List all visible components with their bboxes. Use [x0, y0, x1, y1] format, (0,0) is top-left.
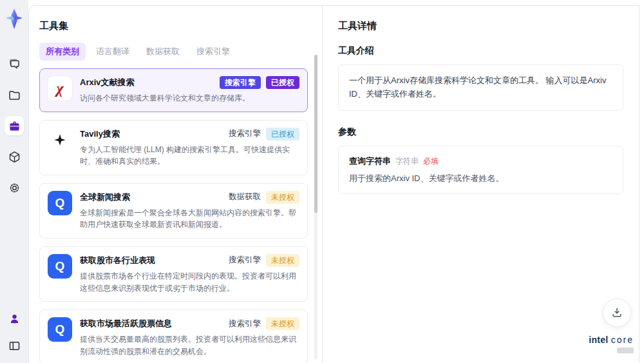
page-title: 工具集: [39, 20, 308, 32]
tool-auth-badge: 未授权: [266, 317, 299, 330]
folder-icon[interactable]: [5, 85, 24, 104]
category-tab[interactable]: 所有类别: [39, 43, 86, 61]
tool-auth-badge: 未授权: [266, 191, 299, 204]
detail-title: 工具详情: [338, 20, 623, 32]
category-tab[interactable]: 数据获取: [140, 43, 186, 61]
package-icon[interactable]: [5, 147, 24, 166]
scrollbar-thumb[interactable]: [314, 55, 317, 213]
tool-icon: Q: [48, 191, 72, 215]
left-sidebar: [0, 0, 28, 363]
params-heading: 参数: [338, 126, 623, 138]
briefcase-icon[interactable]: [5, 116, 24, 135]
core-wordmark: core: [611, 335, 634, 345]
download-icon: [611, 306, 623, 319]
tool-description: 提供当天交易量最高的股票列表。投资者可以利用这些信息来识别流动性强的股票和潜在的…: [80, 333, 299, 357]
main-window: 工具集 所有类别语言翻译数据获取搜索引擎 χ Arxiv文献搜索 搜索引擎 已授…: [28, 5, 639, 363]
tool-description: 专为人工智能代理 (LLM) 构建的搜索引擎工具。可快速提供实时、准确和真实的结…: [80, 144, 299, 168]
category-tabs: 所有类别语言翻译数据获取搜索引擎: [39, 43, 308, 61]
toolset-panel: 工具集 所有类别语言翻译数据获取搜索引擎 χ Arxiv文献搜索 搜索引擎 已授…: [29, 6, 323, 363]
tool-list-item[interactable]: χ Arxiv文献搜索 搜索引擎 已授权 访问各个研究领域大量科学论文和文章的存…: [39, 68, 308, 112]
intel-wordmark: intel: [589, 335, 608, 345]
tool-icon: Q: [48, 317, 72, 342]
tool-auth-badge: 未授权: [266, 254, 299, 267]
param-card: 查询字符串 字符串 必填 用于搜索的Arxiv ID、关键字或作者姓名。: [338, 146, 623, 194]
tool-name: 全球新闻搜索: [80, 191, 130, 203]
tool-name: Arxiv文献搜索: [80, 77, 135, 88]
tool-list-item[interactable]: Q 获取市场最活跃股票信息 搜索引擎 未授权 提供当天交易量最高的股票列表。投资…: [39, 309, 308, 363]
tool-list-item[interactable]: Q 全球新闻搜索 数据获取 未授权 全球新闻搜索是一个聚合全球各大新闻网站内容的…: [39, 183, 308, 239]
tool-description: 全球新闻搜索是一个聚合全球各大新闻网站内容的搜索引擎。帮助用户快速获取全球最新资…: [80, 207, 299, 231]
tool-description: 提供股票市场各个行业在特定时间段内的表现。投资者可以利用这些信息来识别表现优于或…: [80, 270, 299, 294]
param-description: 用于搜索的Arxiv ID、关键字或作者姓名。: [349, 173, 612, 184]
tool-description: 访问各个研究领域大量科学论文和文章的存储库。: [80, 92, 299, 104]
category-tab[interactable]: 语言翻译: [90, 43, 136, 61]
tavily-star-icon: [53, 133, 67, 147]
gear-icon[interactable]: [5, 178, 24, 197]
tool-list-item[interactable]: Tavily搜索 搜索引擎 已授权 专为人工智能代理 (LLM) 构建的搜索引擎…: [39, 120, 308, 175]
panel-toggle-icon[interactable]: [5, 336, 24, 355]
tool-icon: [48, 128, 72, 152]
tool-category-badge: 搜索引擎: [229, 255, 261, 266]
tool-category-badge: 搜索引擎: [229, 319, 261, 329]
avatar-icon[interactable]: [5, 309, 24, 328]
tool-category-badge: 数据获取: [229, 191, 261, 202]
tool-list: χ Arxiv文献搜索 搜索引擎 已授权 访问各个研究领域大量科学论文和文章的存…: [39, 68, 308, 363]
download-button[interactable]: [603, 299, 631, 327]
tool-category-badge: 搜索引擎: [229, 128, 261, 139]
tool-auth-badge: 已授权: [266, 76, 299, 89]
tool-category-badge: 搜索引擎: [220, 76, 261, 89]
app-logo-gem-icon[interactable]: [5, 8, 24, 30]
param-required-badge: 必填: [423, 156, 439, 167]
tool-name: 获取市场最活跃股票信息: [80, 318, 172, 329]
intel-badge: [617, 348, 634, 353]
tool-name: 获取股市各行业表现: [80, 255, 155, 266]
param-header: 查询字符串 字符串 必填: [349, 155, 612, 167]
intro-text: 一个用于从Arxiv存储库搜索科学论文和文章的工具。 输入可以是Arxiv ID…: [338, 64, 623, 111]
tool-auth-badge: 已授权: [266, 128, 299, 141]
chat-icon[interactable]: [5, 54, 24, 74]
intro-heading: 工具介绍: [338, 45, 623, 57]
tool-detail-panel: 工具详情 工具介绍 一个用于从Arxiv存储库搜索科学论文和文章的工具。 输入可…: [323, 6, 639, 363]
tool-list-item[interactable]: Q 获取股市各行业表现 搜索引擎 未授权 提供股票市场各个行业在特定时间段内的表…: [39, 246, 308, 302]
param-name: 查询字符串: [349, 155, 391, 167]
scrollbar-track[interactable]: [314, 55, 317, 359]
tool-icon: χ: [48, 76, 72, 101]
tool-icon: Q: [48, 254, 72, 279]
category-tab[interactable]: 搜索引擎: [190, 43, 236, 61]
intel-core-logo: intel core: [589, 335, 634, 355]
tool-name: Tavily搜索: [80, 128, 120, 140]
param-type: 字符串: [395, 156, 419, 167]
